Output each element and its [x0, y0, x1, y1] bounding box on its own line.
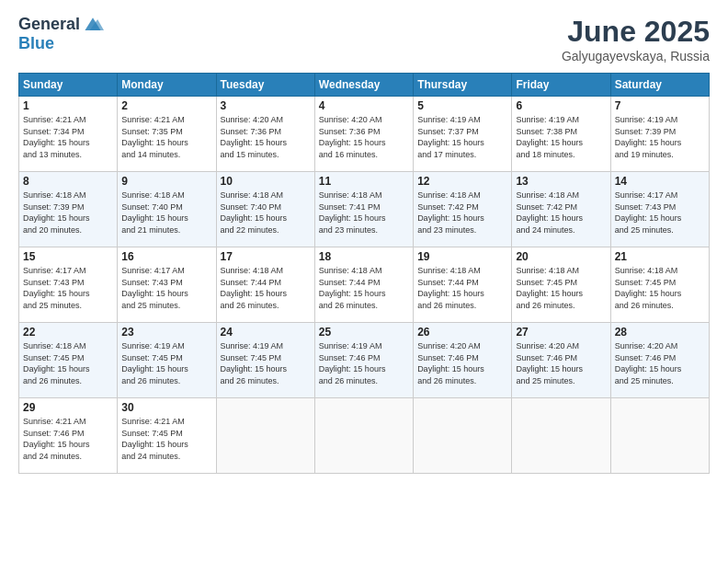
- day-number: 9: [121, 175, 211, 188]
- day-number: 28: [615, 326, 705, 339]
- calendar-cell: 22Sunrise: 4:18 AM Sunset: 7:45 PM Dayli…: [19, 323, 118, 398]
- day-number: 15: [23, 250, 113, 263]
- col-thursday: Thursday: [414, 74, 512, 97]
- day-info: Sunrise: 4:19 AM Sunset: 7:39 PM Dayligh…: [615, 114, 705, 160]
- calendar-table: Sunday Monday Tuesday Wednesday Thursday…: [18, 73, 710, 474]
- day-info: Sunrise: 4:18 AM Sunset: 7:45 PM Dayligh…: [516, 265, 606, 311]
- day-info: Sunrise: 4:18 AM Sunset: 7:41 PM Dayligh…: [319, 190, 409, 236]
- day-number: 29: [23, 401, 113, 414]
- calendar-cell: 20Sunrise: 4:18 AM Sunset: 7:45 PM Dayli…: [512, 247, 610, 323]
- day-number: 4: [319, 99, 409, 112]
- day-info: Sunrise: 4:18 AM Sunset: 7:42 PM Dayligh…: [516, 190, 606, 236]
- day-number: 13: [516, 175, 606, 188]
- day-info: Sunrise: 4:20 AM Sunset: 7:46 PM Dayligh…: [615, 340, 705, 386]
- calendar-cell: 6Sunrise: 4:19 AM Sunset: 7:38 PM Daylig…: [512, 97, 610, 172]
- day-number: 12: [417, 175, 507, 188]
- day-number: 19: [417, 250, 507, 263]
- day-info: Sunrise: 4:19 AM Sunset: 7:37 PM Dayligh…: [417, 114, 507, 160]
- logo-general: General: [18, 15, 80, 34]
- calendar-cell: 25Sunrise: 4:19 AM Sunset: 7:46 PM Dayli…: [314, 323, 413, 398]
- calendar-cell: 1Sunrise: 4:21 AM Sunset: 7:34 PM Daylig…: [19, 97, 118, 172]
- calendar-cell: 14Sunrise: 4:17 AM Sunset: 7:43 PM Dayli…: [610, 172, 709, 247]
- calendar-week-1: 1Sunrise: 4:21 AM Sunset: 7:34 PM Daylig…: [19, 97, 710, 172]
- day-number: 7: [615, 99, 705, 112]
- calendar-cell: [414, 398, 512, 474]
- calendar-cell: 18Sunrise: 4:18 AM Sunset: 7:44 PM Dayli…: [314, 247, 413, 323]
- title-block: June 2025 Galyugayevskaya, Russia: [562, 15, 710, 63]
- day-number: 6: [516, 99, 606, 112]
- day-number: 27: [516, 326, 606, 339]
- day-number: 5: [417, 99, 507, 112]
- calendar-cell: 5Sunrise: 4:19 AM Sunset: 7:37 PM Daylig…: [414, 97, 512, 172]
- calendar-cell: [216, 398, 314, 474]
- logo-icon: [82, 16, 104, 34]
- day-number: 10: [221, 175, 311, 188]
- calendar-week-3: 15Sunrise: 4:17 AM Sunset: 7:43 PM Dayli…: [19, 247, 710, 323]
- day-number: 16: [121, 250, 211, 263]
- calendar-cell: 3Sunrise: 4:20 AM Sunset: 7:36 PM Daylig…: [216, 97, 314, 172]
- calendar-cell: 10Sunrise: 4:18 AM Sunset: 7:40 PM Dayli…: [216, 172, 314, 247]
- day-info: Sunrise: 4:18 AM Sunset: 7:45 PM Dayligh…: [615, 265, 705, 311]
- day-info: Sunrise: 4:18 AM Sunset: 7:45 PM Dayligh…: [23, 340, 113, 386]
- calendar-cell: 21Sunrise: 4:18 AM Sunset: 7:45 PM Dayli…: [610, 247, 709, 323]
- calendar-cell: 2Sunrise: 4:21 AM Sunset: 7:35 PM Daylig…: [118, 97, 216, 172]
- calendar-cell: 7Sunrise: 4:19 AM Sunset: 7:39 PM Daylig…: [610, 97, 709, 172]
- calendar-week-5: 29Sunrise: 4:21 AM Sunset: 7:46 PM Dayli…: [19, 398, 710, 474]
- day-info: Sunrise: 4:21 AM Sunset: 7:45 PM Dayligh…: [121, 416, 211, 462]
- col-friday: Friday: [512, 74, 610, 97]
- day-number: 26: [417, 326, 507, 339]
- day-number: 20: [516, 250, 606, 263]
- calendar-cell: 9Sunrise: 4:18 AM Sunset: 7:40 PM Daylig…: [118, 172, 216, 247]
- day-info: Sunrise: 4:20 AM Sunset: 7:36 PM Dayligh…: [221, 114, 311, 160]
- logo: General Blue: [18, 15, 104, 53]
- calendar-cell: [314, 398, 413, 474]
- calendar-cell: 8Sunrise: 4:18 AM Sunset: 7:39 PM Daylig…: [19, 172, 118, 247]
- day-info: Sunrise: 4:20 AM Sunset: 7:36 PM Dayligh…: [319, 114, 409, 160]
- day-number: 25: [319, 326, 409, 339]
- day-number: 18: [319, 250, 409, 263]
- day-info: Sunrise: 4:18 AM Sunset: 7:44 PM Dayligh…: [417, 265, 507, 311]
- page: General Blue June 2025 Galyugayevskaya, …: [0, 0, 728, 563]
- day-info: Sunrise: 4:21 AM Sunset: 7:35 PM Dayligh…: [121, 114, 211, 160]
- day-info: Sunrise: 4:18 AM Sunset: 7:44 PM Dayligh…: [221, 265, 311, 311]
- day-info: Sunrise: 4:19 AM Sunset: 7:45 PM Dayligh…: [121, 340, 211, 386]
- day-number: 22: [23, 326, 113, 339]
- day-number: 21: [615, 250, 705, 263]
- col-tuesday: Tuesday: [216, 74, 314, 97]
- calendar-cell: 27Sunrise: 4:20 AM Sunset: 7:46 PM Dayli…: [512, 323, 610, 398]
- day-info: Sunrise: 4:17 AM Sunset: 7:43 PM Dayligh…: [615, 190, 705, 236]
- day-info: Sunrise: 4:17 AM Sunset: 7:43 PM Dayligh…: [121, 265, 211, 311]
- calendar-cell: [610, 398, 709, 474]
- day-info: Sunrise: 4:18 AM Sunset: 7:42 PM Dayligh…: [417, 190, 507, 236]
- day-info: Sunrise: 4:18 AM Sunset: 7:40 PM Dayligh…: [121, 190, 211, 236]
- calendar-cell: 13Sunrise: 4:18 AM Sunset: 7:42 PM Dayli…: [512, 172, 610, 247]
- calendar-cell: 11Sunrise: 4:18 AM Sunset: 7:41 PM Dayli…: [314, 172, 413, 247]
- day-info: Sunrise: 4:18 AM Sunset: 7:44 PM Dayligh…: [319, 265, 409, 311]
- logo-blue: Blue: [18, 34, 54, 53]
- calendar-week-2: 8Sunrise: 4:18 AM Sunset: 7:39 PM Daylig…: [19, 172, 710, 247]
- calendar-cell: 15Sunrise: 4:17 AM Sunset: 7:43 PM Dayli…: [19, 247, 118, 323]
- calendar-cell: 29Sunrise: 4:21 AM Sunset: 7:46 PM Dayli…: [19, 398, 118, 474]
- day-info: Sunrise: 4:19 AM Sunset: 7:38 PM Dayligh…: [516, 114, 606, 160]
- day-info: Sunrise: 4:18 AM Sunset: 7:40 PM Dayligh…: [221, 190, 311, 236]
- calendar-cell: 26Sunrise: 4:20 AM Sunset: 7:46 PM Dayli…: [414, 323, 512, 398]
- day-info: Sunrise: 4:20 AM Sunset: 7:46 PM Dayligh…: [516, 340, 606, 386]
- calendar-cell: 24Sunrise: 4:19 AM Sunset: 7:45 PM Dayli…: [216, 323, 314, 398]
- day-number: 3: [221, 99, 311, 112]
- calendar-cell: 19Sunrise: 4:18 AM Sunset: 7:44 PM Dayli…: [414, 247, 512, 323]
- calendar-cell: 17Sunrise: 4:18 AM Sunset: 7:44 PM Dayli…: [216, 247, 314, 323]
- calendar-cell: 30Sunrise: 4:21 AM Sunset: 7:45 PM Dayli…: [118, 398, 216, 474]
- calendar-subtitle: Galyugayevskaya, Russia: [562, 49, 710, 63]
- day-number: 8: [23, 175, 113, 188]
- calendar-title: June 2025: [562, 15, 710, 49]
- day-number: 23: [121, 326, 211, 339]
- day-number: 11: [319, 175, 409, 188]
- calendar-cell: 28Sunrise: 4:20 AM Sunset: 7:46 PM Dayli…: [610, 323, 709, 398]
- day-number: 24: [221, 326, 311, 339]
- day-number: 14: [615, 175, 705, 188]
- calendar-cell: 12Sunrise: 4:18 AM Sunset: 7:42 PM Dayli…: [414, 172, 512, 247]
- header: General Blue June 2025 Galyugayevskaya, …: [18, 15, 710, 63]
- day-info: Sunrise: 4:21 AM Sunset: 7:34 PM Dayligh…: [23, 114, 113, 160]
- calendar-cell: 16Sunrise: 4:17 AM Sunset: 7:43 PM Dayli…: [118, 247, 216, 323]
- day-info: Sunrise: 4:21 AM Sunset: 7:46 PM Dayligh…: [23, 416, 113, 462]
